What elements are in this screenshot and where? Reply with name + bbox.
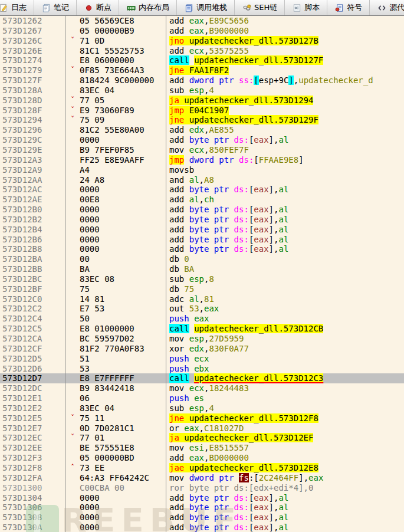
disasm-row[interactable]: 573D130A0000add byte ptr ds:[eax],al	[0, 523, 404, 532]
gutter	[65, 26, 80, 36]
disasm-row[interactable]: 573D12BA00db 0	[0, 254, 404, 264]
disasm-row[interactable]: 573D12AA24 A8and al,A8	[0, 175, 404, 185]
tab-script[interactable]: 脚本	[285, 0, 327, 15]
disasm-row[interactable]: 573D12C5E8 01000000call updatechecker_dl…	[0, 324, 404, 334]
disasm-cell: add eax,BD000000	[166, 453, 404, 463]
bytes-cell: ˇ0F85 73E664A3	[65, 65, 166, 75]
disasm-row[interactable]: 573D12B00000add byte ptr ds:[eax],al	[0, 205, 404, 215]
disasm-row[interactable]: 573D12CF81F2 770A0F83xor edx,830F0A77	[0, 344, 404, 354]
tab-label: 内存布局	[139, 2, 169, 13]
bytes-cell: 0000	[65, 135, 166, 145]
disasm-row[interactable]: 573D12EEBE 575551E8mov esi,E8515557	[0, 443, 404, 453]
disasm-row[interactable]: 573D126E81C1 55525753add ecx,53575255	[0, 46, 404, 56]
tab-breakpoints[interactable]: 断点	[77, 0, 119, 15]
disasm-row[interactable]: 573D12C2E7 53out 53,eax	[0, 304, 404, 314]
gutter	[65, 493, 80, 503]
bytes-text: 51	[80, 354, 90, 364]
disasm-row[interactable]: 573D12D7E8 E7FFFFFFcall updatechecker_dl…	[0, 373, 404, 383]
bytes-cell: 0000	[65, 235, 166, 245]
disasm-row[interactable]: 573D128FˇE9 73060F89jmp E04C1907	[0, 106, 404, 116]
disasm-row[interactable]: 573D12BC83EC 08sub esp,8	[0, 274, 404, 284]
bytes-text: 81C1 55525753	[80, 46, 144, 56]
address-cell: 573D12C0	[0, 294, 65, 304]
tab-call-stack[interactable]: 调用堆栈	[177, 0, 235, 15]
disasm-row[interactable]: 573D12D653push ebx	[0, 364, 404, 374]
bytes-cell: 53	[65, 364, 166, 374]
disasm-row[interactable]: 573D13060000add byte ptr ds:[eax],al	[0, 503, 404, 513]
bytes-cell: 0000	[65, 513, 166, 523]
tab-label: 源代码	[389, 2, 404, 13]
disasm-row[interactable]: 573D128Dˇ77 05ja updatechecker_dll.573D1…	[0, 96, 404, 106]
disasm-row[interactable]: 573D12AC0000add byte ptr ds:[eax],al	[0, 185, 404, 195]
disasm-row[interactable]: 573D12E70D 7D0281C1or eax,C181027D	[0, 423, 404, 434]
tab-symbols[interactable]: 符号	[327, 0, 370, 15]
gutter	[65, 513, 80, 523]
disasm-row[interactable]: 573D12B20000add byte ptr ds:[eax],al	[0, 215, 404, 225]
disasm-row[interactable]: 573D12E283EC 04sub esp,4	[0, 403, 404, 413]
bytes-cell: ˇ77 05	[65, 96, 166, 106]
gutter	[65, 254, 80, 264]
disasm-row[interactable]: 573D12BBBAdb BA	[0, 264, 404, 274]
disasm-row[interactable]: 573D12BF75db 75	[0, 284, 404, 294]
gutter	[65, 314, 80, 324]
disasm-row[interactable]: 573D12E5ˇ75 11jne updatechecker_dll.573D…	[0, 413, 404, 423]
bytes-text: 0000	[80, 523, 100, 532]
gutter	[65, 225, 80, 235]
disasm-row[interactable]: 573D128A83EC 04sub esp,4	[0, 86, 404, 96]
disasm-row[interactable]: 573D13040000add byte ptr ds:[eax],al	[0, 493, 404, 503]
disasm-row[interactable]: 573D12A9A4movsb	[0, 165, 404, 175]
disasm-row[interactable]: 573D12ECˇ77 01ja updatechecker_dll.573D1…	[0, 433, 404, 443]
disasm-row[interactable]: 573D129EB9 7FEF0F85mov ecx,850FEF7F	[0, 145, 404, 155]
tab-source-code[interactable]: 源代码	[370, 0, 404, 15]
disasm-row[interactable]: 573D12D551push ecx	[0, 354, 404, 364]
disasm-cell: or eax,C181027D	[166, 423, 404, 434]
tab-log[interactable]: 日志	[0, 0, 34, 15]
bytes-cell: 05 000000B9	[65, 26, 166, 36]
disasm-row[interactable]: 573D12B80000add byte ptr ds:[eax],al	[0, 244, 404, 254]
disasm-row[interactable]: 573D12A3FF25 E8E9AAFFjmp dword ptr ds:[F…	[0, 155, 404, 165]
disasm-row[interactable]: 573D12DCB9 83442418mov ecx,18244483	[0, 383, 404, 393]
gutter	[65, 274, 80, 284]
bytes-text: E8 E7FFFFFF	[80, 373, 134, 383]
tab-label: 调用堆栈	[196, 2, 227, 13]
tab-label: 符号	[347, 2, 362, 13]
disasm-row[interactable]: 573D12C014 81adc al,81	[0, 294, 404, 304]
address-cell: 573D12BA	[0, 254, 65, 264]
disasm-row[interactable]: 573D126Cˇ71 0Djno updatechecker_dll.573D…	[0, 36, 404, 46]
disasm-row[interactable]: 573D13080000add byte ptr ds:[eax],al	[0, 513, 404, 523]
disasm-row[interactable]: 573D12B40000add byte ptr ds:[eax],al	[0, 225, 404, 235]
disasm-row[interactable]: 573D12B60000add byte ptr ds:[eax],al	[0, 235, 404, 245]
tab-notes[interactable]: 笔记	[34, 0, 77, 15]
disasm-row[interactable]: 573D126705 000000B9add eax,B9000000	[0, 26, 404, 36]
disasm-row[interactable]: 573D12F305 000000BDadd eax,BD000000	[0, 453, 404, 463]
disasm-row[interactable]: 573D12F8ˆ73 EEjae updatechecker_dll.573D…	[0, 463, 404, 473]
bytes-text: E8 01000000	[80, 324, 134, 334]
disasm-row[interactable]: 573D1279ˇ0F85 73E664A3jne FAA1F8F2	[0, 65, 404, 75]
address-cell: 573D12BC	[0, 274, 65, 284]
disasm-row[interactable]: 573D12E106push es	[0, 393, 404, 403]
bytes-text: 0000	[80, 493, 100, 503]
disasm-row[interactable]: 573D1274E8 06000000call updatechecker_dl…	[0, 55, 404, 65]
gutter	[65, 453, 80, 463]
address-cell: 573D12B4	[0, 225, 65, 235]
disasm-cell: ror byte ptr ds:[edx+edi*4],0	[166, 483, 404, 493]
disasm-row[interactable]: 573D129C0000add byte ptr ds:[eax],al	[0, 135, 404, 145]
disasm-row[interactable]: 573D1294ˇ75 09jne updatechecker_dll.573D…	[0, 115, 404, 125]
bytes-cell: E8 06000000	[65, 55, 166, 65]
disasm-cell: sub esp,4	[166, 403, 404, 413]
disasm-row[interactable]: 573D127F818424 9C000000add dword ptr ss:…	[0, 75, 404, 86]
disasm-cell: add byte ptr ds:[eax],al	[166, 205, 404, 215]
disasm-row[interactable]: 573D12FA64:A3 FF64242Cmov dword ptr fs:[…	[0, 473, 404, 483]
breakpoint-icon	[84, 3, 93, 12]
disasm-row[interactable]: 573D126205 56569CE8add eax,E89C5656	[0, 16, 404, 26]
disasm-row[interactable]: 573D12AE00E8add al,ch	[0, 195, 404, 205]
bytes-cell: ˇ75 09	[65, 115, 166, 125]
disasm-row[interactable]: 573D12CABC 59597D02mov esp,27D5959	[0, 334, 404, 344]
tab-seh-chain[interactable]: ?SEH链	[235, 0, 285, 15]
disasm-row[interactable]: 573D1300C00CBA 00ror byte ptr ds:[edx+ed…	[0, 483, 404, 493]
disasm-row[interactable]: 573D129681C2 55E80A00add edx,AE855	[0, 125, 404, 135]
disasm-row[interactable]: 573D12C450push eax	[0, 314, 404, 324]
symbols-icon	[334, 3, 344, 12]
tab-memory-map[interactable]: 内存布局	[119, 0, 177, 15]
address-cell: 573D12AC	[0, 185, 65, 195]
